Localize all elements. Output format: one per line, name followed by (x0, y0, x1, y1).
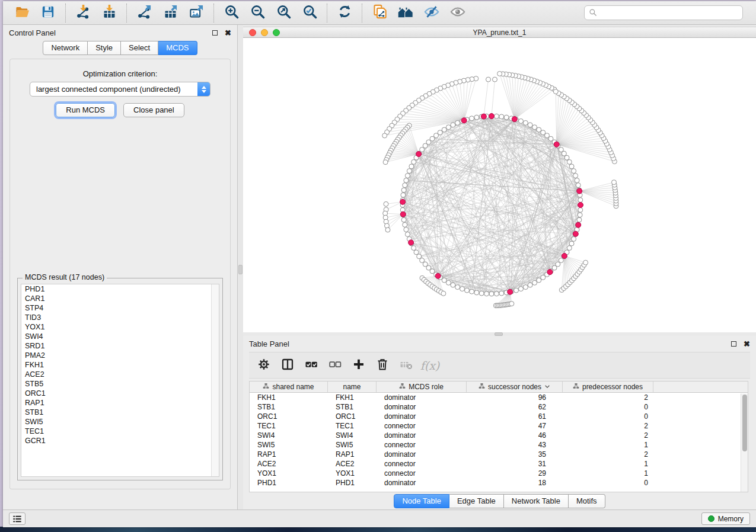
network-node[interactable] (519, 118, 524, 123)
tab-node-table[interactable]: Node Table (394, 494, 449, 508)
tab-mcds[interactable]: MCDS (158, 41, 197, 55)
table-row[interactable]: FKH1FKH1dominator962 (250, 393, 748, 402)
network-node[interactable] (407, 169, 412, 174)
close-panel-icon[interactable]: ✖ (225, 29, 231, 37)
zoom-out-button[interactable] (244, 3, 270, 23)
mcds-node[interactable] (416, 152, 422, 157)
network-node[interactable] (576, 183, 580, 188)
network-node[interactable] (404, 227, 409, 232)
network-node[interactable] (504, 115, 509, 120)
create-column-button[interactable] (349, 355, 369, 376)
new-network-from-selection-button[interactable] (366, 3, 393, 23)
network-node[interactable] (569, 164, 574, 169)
tab-motifs[interactable]: Motifs (569, 494, 605, 508)
network-node[interactable] (451, 283, 455, 287)
table-panel-splitter[interactable] (243, 332, 756, 336)
network-node[interactable] (559, 258, 563, 263)
leaf-node[interactable] (612, 180, 617, 185)
close-panel-button[interactable]: Close panel (123, 103, 184, 117)
network-node[interactable] (442, 127, 446, 132)
network-node[interactable] (446, 125, 451, 130)
mcds-node[interactable] (573, 231, 578, 236)
network-node[interactable] (414, 250, 419, 255)
export-table-button[interactable] (157, 3, 183, 23)
network-node[interactable] (567, 246, 572, 251)
result-node-item[interactable]: TEC1 (21, 427, 219, 436)
network-node[interactable] (541, 275, 546, 280)
tab-network-table[interactable]: Network Table (504, 494, 569, 508)
export-network-button[interactable] (131, 3, 157, 23)
leaf-node[interactable] (382, 133, 387, 138)
leaf-node[interactable] (553, 89, 558, 94)
result-node-item[interactable]: ORC1 (21, 389, 219, 398)
network-node[interactable] (537, 127, 541, 132)
network-node[interactable] (532, 280, 537, 285)
network-node[interactable] (569, 241, 574, 246)
result-node-item[interactable]: ACE2 (21, 370, 219, 379)
network-node[interactable] (430, 136, 435, 141)
network-node[interactable] (455, 120, 460, 125)
criterion-select[interactable]: largest connected component (undirected) (30, 82, 210, 97)
result-node-item[interactable]: YOX1 (21, 322, 219, 332)
network-node[interactable] (401, 217, 406, 222)
network-node[interactable] (528, 123, 532, 127)
first-neighbors-button[interactable] (393, 3, 419, 23)
network-node[interactable] (578, 207, 583, 212)
network-node[interactable] (412, 159, 416, 164)
network-node[interactable] (572, 169, 576, 174)
table-scrollbar-thumb[interactable] (742, 395, 747, 451)
task-history-button[interactable] (9, 512, 25, 525)
mcds-node[interactable] (554, 142, 559, 147)
network-node[interactable] (401, 193, 406, 197)
network-node[interactable] (474, 290, 479, 295)
leaf-node[interactable] (583, 260, 588, 265)
import-network-from-file-button[interactable] (70, 3, 96, 23)
leaf-node[interactable] (441, 291, 446, 296)
leaf-node[interactable] (486, 77, 491, 82)
mcds-node[interactable] (461, 118, 467, 123)
network-node[interactable] (499, 291, 504, 296)
result-node-item[interactable]: TID3 (21, 313, 219, 322)
select-all-rows-button[interactable] (301, 355, 321, 376)
network-node[interactable] (442, 278, 446, 283)
result-node-item[interactable]: SWI4 (21, 332, 219, 341)
table-row[interactable]: SWI5SWI5connector431 (250, 440, 748, 450)
column-header-shared-name[interactable]: shared name (250, 382, 328, 392)
network-node[interactable] (420, 148, 425, 152)
delete-columns-button[interactable] (372, 355, 393, 376)
network-node[interactable] (523, 120, 528, 125)
result-node-item[interactable]: SRD1 (21, 341, 219, 351)
network-node[interactable] (537, 278, 541, 283)
open-session-button[interactable] (9, 3, 35, 23)
float-panel-icon[interactable] (212, 30, 218, 36)
memory-button[interactable]: Memory (701, 512, 750, 525)
network-node[interactable] (412, 246, 416, 251)
network-node[interactable] (564, 155, 569, 160)
column-header-predecessor-nodes[interactable]: predecessor nodes (563, 382, 653, 392)
network-window-titlebar[interactable]: YPA_prune.txt_1 (243, 27, 756, 38)
network-node[interactable] (403, 183, 407, 188)
network-node[interactable] (417, 254, 422, 259)
tab-select[interactable]: Select (121, 41, 158, 55)
network-node[interactable] (523, 285, 528, 290)
mcds-node[interactable] (409, 240, 414, 245)
network-node[interactable] (409, 164, 414, 169)
table-row[interactable]: PHD1PHD1dominator180 (250, 478, 748, 488)
network-node[interactable] (519, 287, 524, 291)
table-row[interactable]: YOX1YOX1connector291 (250, 469, 748, 478)
network-node[interactable] (405, 174, 410, 178)
mcds-node[interactable] (481, 114, 486, 119)
network-node[interactable] (577, 217, 582, 222)
network-node[interactable] (562, 151, 566, 156)
zoom-fit-content-button[interactable] (270, 3, 296, 23)
leaf-node[interactable] (497, 71, 502, 76)
network-node[interactable] (455, 285, 460, 290)
network-node[interactable] (532, 125, 537, 130)
table-row[interactable]: RAP1RAP1dominator352 (250, 450, 748, 459)
show-all-button[interactable] (445, 3, 471, 23)
tab-edge-table[interactable]: Edge Table (449, 494, 504, 508)
network-node[interactable] (423, 262, 428, 267)
export-image-button[interactable] (183, 3, 209, 23)
mcds-node[interactable] (547, 270, 553, 275)
network-node[interactable] (578, 213, 582, 217)
